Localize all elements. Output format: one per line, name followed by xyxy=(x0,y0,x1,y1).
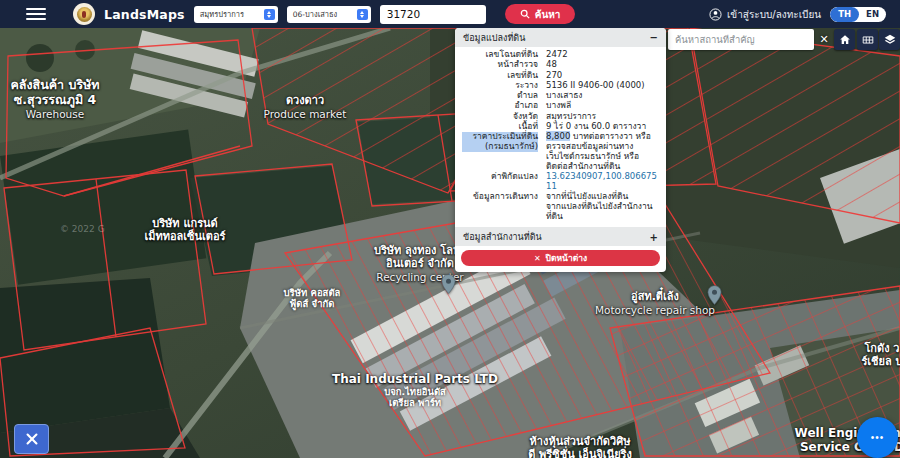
parcel-panel-body: เลขโฉนดที่ดิน2472หน้าสำรวจ48เลขที่ดิน270… xyxy=(455,47,666,225)
expand-button[interactable]: + xyxy=(650,232,658,243)
map-canvas[interactable]: คลังสินค้า บริษัทซ.สุวรรณภูมิ 4Warehouse… xyxy=(0,28,900,458)
price-row: ราคาประเมินที่ดิน (กรมธนารักษ์) 8,800 บา… xyxy=(455,132,666,171)
house-icon xyxy=(838,33,852,47)
parcel-field-row: เลขที่ดิน270 xyxy=(455,71,666,81)
landsmaps-app: คลังสินค้า บริษัทซ.สุวรรณภูมิ 4Warehouse… xyxy=(0,0,900,458)
parcel-panel-header[interactable]: ข้อมูลแปลงที่ดิน − xyxy=(455,28,666,47)
clear-search-button[interactable]: ✕ xyxy=(817,30,831,48)
price-highlighted-amount: 8,800 xyxy=(546,131,570,141)
garuda-emblem-icon xyxy=(77,7,92,22)
search-icon xyxy=(520,9,530,19)
parcel-coordinates-link[interactable]: 13.62340907,100.80667511 xyxy=(546,172,659,192)
map-tools-button[interactable] xyxy=(14,424,49,454)
app-title: LandsMaps xyxy=(104,7,185,22)
office-info-section-header[interactable]: ข้อมูลสำนักงานที่ดิน + xyxy=(455,227,666,246)
search-button[interactable]: ค้นหา xyxy=(505,4,576,24)
parcel-field-row: หน้าสำรวจ48 xyxy=(455,60,666,70)
crossed-tools-icon xyxy=(24,431,40,447)
map-copyright-watermark: © 2022 G xyxy=(60,224,105,234)
layers-button[interactable] xyxy=(879,29,900,50)
travel-label: ข้อมูลการเดินทาง xyxy=(462,192,546,221)
coordinates-row: ค่าพิกัดแปลง 13.62340907,100.80667511 xyxy=(455,172,666,192)
app-logo[interactable] xyxy=(73,3,95,25)
select-arrows-icon xyxy=(357,9,368,20)
travel-row: ข้อมูลการเดินทาง จากที่นี่ไปยังแปลงที่ดิ… xyxy=(455,192,666,221)
poi-pin-recycling-icon xyxy=(441,274,456,294)
home-extent-button[interactable] xyxy=(834,29,855,50)
close-button-label: ปิดหน้าต่าง xyxy=(546,251,588,265)
place-search-input[interactable] xyxy=(668,34,814,45)
price-label: ราคาประเมินที่ดิน (กรมธนารักษ์) xyxy=(462,132,546,171)
grid-icon xyxy=(861,33,875,47)
lang-en-button[interactable]: EN xyxy=(859,7,886,22)
parcel-panel-title: ข้อมูลแปลงที่ดิน xyxy=(463,31,525,45)
place-search-box xyxy=(668,29,814,50)
close-window-button[interactable]: ✕ ปิดหน้าต่าง xyxy=(461,250,660,266)
user-icon xyxy=(709,8,722,21)
parcel-field-row: อำเภอบางพลี xyxy=(455,101,666,111)
parcel-number-input[interactable] xyxy=(380,5,486,24)
price-value: 8,800 บาทต่อตารางวา หรือตรวจสอบข้อมูลผ่า… xyxy=(546,132,659,171)
province-select-value: สมุทรปราการ xyxy=(200,8,244,20)
lang-th-button[interactable]: TH xyxy=(830,7,859,22)
parcel-field-row: เลขโฉนดที่ดิน2472 xyxy=(455,50,666,60)
close-icon: ✕ xyxy=(534,254,541,263)
login-label: เข้าสู่ระบบ/ลงทะเบียน xyxy=(727,7,821,22)
chat-fab-button[interactable]: ••• xyxy=(857,417,898,458)
language-toggle: TH EN xyxy=(830,7,886,22)
route-to-office-link[interactable]: จากแปลงที่ดินไปยังสำนักงานที่ดิน xyxy=(546,202,659,222)
parcel-info-panel: ข้อมูลแปลงที่ดิน − เลขโฉนดที่ดิน2472หน้า… xyxy=(455,28,666,272)
chat-dots-icon: ••• xyxy=(871,432,885,443)
province-select[interactable]: สมุทรปราการ xyxy=(194,6,278,23)
poi-pin-motorcycle-icon xyxy=(707,285,722,305)
search-button-label: ค้นหา xyxy=(535,7,561,22)
parcel-fields-list: เลขโฉนดที่ดิน2472หน้าสำรวจ48เลขที่ดิน270… xyxy=(455,50,666,132)
coordinates-label: ค่าพิกัดแปลง xyxy=(462,172,546,192)
office-section-title: ข้อมูลสำนักงานที่ดิน xyxy=(463,230,542,244)
layers-icon xyxy=(883,33,897,47)
select-arrows-icon xyxy=(264,9,275,20)
menu-icon[interactable] xyxy=(26,8,46,20)
minimize-button[interactable]: − xyxy=(650,34,658,42)
district-select[interactable]: 06-บางเสาธง xyxy=(287,6,371,23)
district-select-value: 06-บางเสาธง xyxy=(293,8,337,20)
login-link[interactable]: เข้าสู่ระบบ/ลงทะเบียน xyxy=(709,7,821,22)
top-navbar: LandsMaps สมุทรปราการ 06-บางเสาธง ค้นหา … xyxy=(0,0,900,28)
grid-sheet-button[interactable] xyxy=(857,29,878,50)
satellite-imagery xyxy=(0,28,900,458)
